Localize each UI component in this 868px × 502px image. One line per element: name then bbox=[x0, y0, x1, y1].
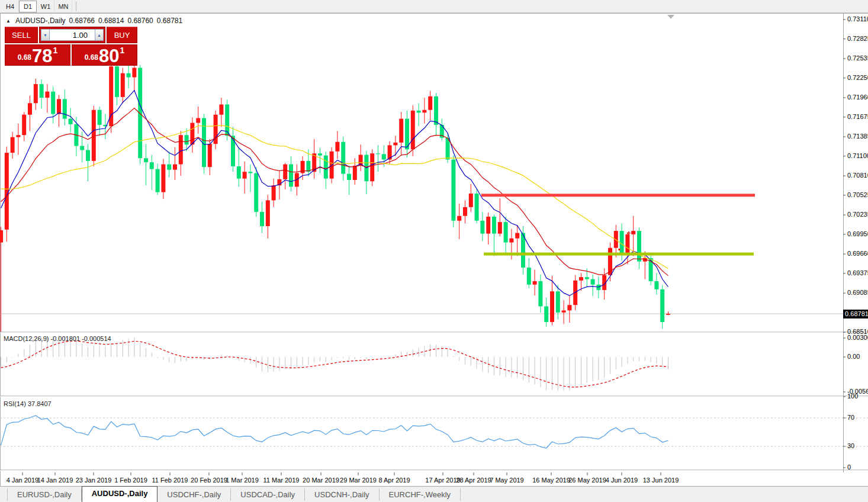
trade-marker-icon: + bbox=[626, 229, 631, 237]
time-axis-label: 7 May 2019 bbox=[490, 477, 523, 484]
current-price-badge: 0.68781 bbox=[843, 310, 868, 318]
chart-symbol-label: AUDUSD-,Daily bbox=[15, 17, 66, 25]
time-axis-label: 1 Feb 2019 bbox=[114, 477, 147, 484]
buy-price-point: 1 bbox=[120, 46, 125, 55]
price-axis-label: 0.70810 bbox=[847, 172, 868, 179]
price-axis-label: 0.71960 bbox=[847, 94, 868, 101]
time-axis-label: 23 Jan 2019 bbox=[76, 477, 112, 484]
ohlc-high: 0.68814 bbox=[98, 17, 124, 25]
sell-price-point: 1 bbox=[53, 46, 58, 55]
buy-price-button[interactable]: 0.68 80 1 bbox=[72, 44, 137, 66]
volume-increase-icon[interactable]: ▲ bbox=[95, 29, 104, 41]
ma-mid-line bbox=[1, 108, 668, 276]
chart-tab-usdcnh[interactable]: USDCNH-,Daily bbox=[305, 488, 379, 501]
rsi-axis-label: 70 bbox=[847, 414, 854, 421]
rsi-axis-label: 30 bbox=[847, 442, 854, 449]
time-axis-label: 26 May 2019 bbox=[568, 477, 606, 484]
chart-canvas[interactable]: +▪4 Jan 201914 Jan 201923 Jan 20191 Feb … bbox=[0, 0, 868, 502]
price-axis-label: 0.71100 bbox=[847, 152, 868, 159]
price-axis-label: 0.69950 bbox=[847, 230, 868, 237]
sell-price-pips: 78 bbox=[32, 47, 52, 65]
trade-marker-icon: ▪ bbox=[618, 245, 621, 253]
time-axis-label: 17 Apr 2019 bbox=[425, 477, 460, 484]
time-axis-label: 28 Apr 2019 bbox=[456, 477, 491, 484]
buy-price-pips: 80 bbox=[99, 47, 119, 65]
price-axis-label: 0.72535 bbox=[847, 54, 868, 62]
buy-button[interactable]: BUY bbox=[107, 27, 137, 43]
time-axis-label: 1 Mar 2019 bbox=[226, 477, 259, 484]
chart-tab-audusd[interactable]: AUDUSD-,Daily bbox=[82, 486, 158, 502]
time-axis-label: 8 Apr 2019 bbox=[378, 477, 410, 484]
chart-tab-eurusd[interactable]: EURUSD-,Daily bbox=[7, 488, 82, 501]
time-axis-label: 13 Jun 2019 bbox=[643, 477, 679, 484]
price-axis-label: 0.69375 bbox=[847, 269, 868, 276]
buy-price-prefix: 0.68 bbox=[85, 53, 98, 62]
time-axis-label: 11 Mar 2019 bbox=[263, 477, 300, 484]
ohlc-low: 0.68760 bbox=[127, 17, 153, 25]
rsi-line bbox=[1, 416, 668, 448]
price-axis-label: 0.72250 bbox=[847, 74, 868, 81]
time-axis-label: 14 Jan 2019 bbox=[37, 477, 73, 484]
rsi-indicator-label: RSI(14) 37.8407 bbox=[4, 400, 52, 407]
rsi-axis-label: 100 bbox=[847, 392, 858, 400]
price-axis-label: 0.73110 bbox=[847, 15, 868, 22]
horizontal-line bbox=[481, 194, 755, 197]
macd-signal-line bbox=[1, 341, 668, 387]
price-axis-label: 0.72825 bbox=[847, 35, 868, 42]
price-axis-label: 0.69085 bbox=[847, 289, 868, 296]
time-axis-label: 29 Mar 2019 bbox=[340, 477, 377, 484]
rsi-axis-label: 0 bbox=[847, 464, 851, 471]
price-axis[interactable]: 0.731100.728250.725350.722500.719600.716… bbox=[843, 13, 868, 486]
price-axis-label: 0.70525 bbox=[847, 191, 868, 198]
volume-spinner: ▼ 1.00 ▲ bbox=[39, 27, 105, 43]
price-axis-label: 0.69660 bbox=[847, 250, 868, 257]
ohlc-open: 0.68766 bbox=[69, 17, 95, 25]
collapse-trade-panel-icon[interactable]: ▲ bbox=[6, 18, 11, 24]
chart-tab-bar: EURUSD-,DailyAUDUSD-,DailyUSDCHF-,DailyU… bbox=[0, 486, 868, 502]
sell-price-button[interactable]: 0.68 78 1 bbox=[5, 44, 70, 66]
macd-axis-label: 0.003003 bbox=[847, 334, 868, 341]
price-axis-label: 0.71675 bbox=[847, 113, 868, 120]
time-axis-label: 20 Mar 2019 bbox=[303, 477, 339, 484]
sell-price-prefix: 0.68 bbox=[18, 53, 31, 62]
ohlc-close: 0.68781 bbox=[157, 17, 182, 25]
time-axis-label: 11 Feb 2019 bbox=[152, 477, 188, 484]
chart-tab-eurchf[interactable]: EURCHF-,Weekly bbox=[380, 488, 461, 501]
chart-header: ▲ AUDUSD-,Daily 0.68766 0.68814 0.68760 … bbox=[6, 17, 182, 25]
price-axis-label: 0.71385 bbox=[847, 133, 868, 140]
volume-decrease-icon[interactable]: ▼ bbox=[41, 29, 50, 41]
chart-tab-usdcad[interactable]: USDCAD-,Daily bbox=[231, 488, 305, 501]
chart-shift-marker-icon[interactable] bbox=[667, 15, 674, 19]
ma-slow-line bbox=[1, 125, 668, 269]
time-axis-label: 4 Jan 2019 bbox=[7, 477, 38, 484]
chart-tab-usdchf[interactable]: USDCHF-,Daily bbox=[157, 488, 231, 501]
macd-histogram bbox=[1, 335, 668, 391]
sell-button[interactable]: SELL bbox=[5, 27, 38, 43]
volume-input[interactable]: 1.00 bbox=[50, 29, 95, 41]
candlestick-series bbox=[0, 61, 670, 407]
time-axis-label: 4 Jun 2019 bbox=[606, 477, 638, 484]
time-axis-label: 20 Feb 2019 bbox=[191, 477, 227, 484]
macd-axis-label: 0.00 bbox=[847, 353, 860, 360]
price-axis-label: 0.70235 bbox=[847, 211, 868, 218]
time-axis-label: 16 May 2019 bbox=[532, 477, 570, 484]
macd-indicator-label: MACD(12,26,9) -0.001801 -0.000514 bbox=[4, 335, 111, 342]
one-click-trade-panel: SELL ▼ 1.00 ▲ BUY 0.68 78 1 0.68 80 1 bbox=[5, 27, 137, 66]
